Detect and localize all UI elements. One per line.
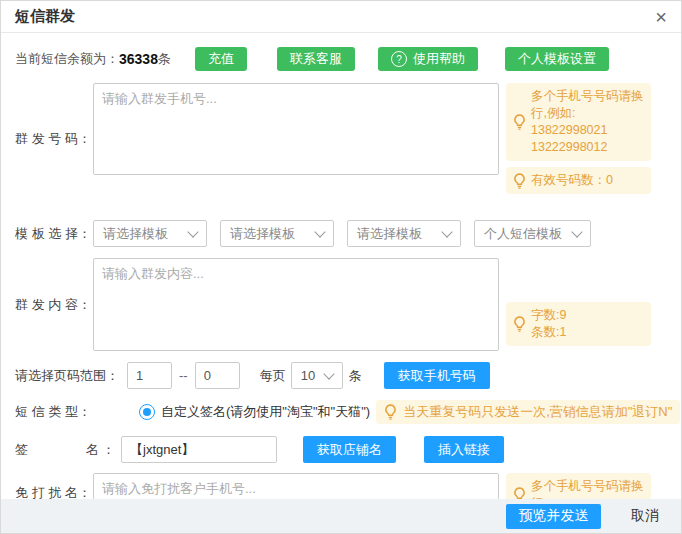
insert-link-button[interactable]: 插入链接 [424,436,504,463]
tip-line: 多个手机号号码请换 [531,478,644,495]
recharge-button[interactable]: 充值 [195,47,247,71]
count-tip-box: 字数:9 条数:1 [506,302,651,346]
per-page-select[interactable]: 10 [291,362,343,389]
balance-prefix: 当前短信余额为： [15,50,119,68]
valid-count-tip-box: 有效号码数：0 [506,167,651,194]
dialog-footer: 预览并发送 取消 [1,499,681,533]
custom-signature-radio[interactable] [139,404,155,420]
template-select-2[interactable]: 请选择模板 [220,220,334,247]
page-from-input[interactable] [127,362,172,389]
content-tips: 字数:9 条数:1 [506,302,651,346]
tip-example-number: 13822998021 [531,122,644,139]
recipients-textarea[interactable] [93,83,499,175]
dialog-title: 短信群发 [15,7,75,26]
help-button[interactable]: ?使用帮助 [378,47,478,71]
recipients-row: 群发号码： 多个手机号号码请换 行,例如: 13822998021 132229… [15,83,681,194]
balance-unit: 条 [158,50,171,68]
recipients-tips: 多个手机号号码请换 行,例如: 13822998021 13222998012 … [506,83,651,194]
fetch-phone-numbers-button[interactable]: 获取手机号码 [384,362,490,389]
sms-bulk-send-dialog: 短信群发 × 当前短信余额为：36338条 充值 联系客服 ?使用帮助 个人模板… [0,0,682,534]
custom-signature-radio-label: 自定义签名(请勿使用"淘宝"和"天猫") [161,403,370,421]
page-to-input[interactable] [195,362,240,389]
sms-type-label: 短信类型： [15,403,91,421]
content-row: 群发内容： 字数:9 条数:1 [15,258,681,351]
sms-type-tip-text: 当天重复号码只发送一次,营销信息请加"退订N" [403,403,672,421]
help-button-label: 使用帮助 [413,50,465,68]
signature-row: 签名： 获取店铺名 插入链接 [15,436,681,463]
recipients-label: 群发号码： [15,130,91,148]
close-icon[interactable]: × [655,7,667,27]
get-shop-name-button[interactable]: 获取店铺名 [303,436,396,463]
template-select-3[interactable]: 请选择模板 [347,220,461,247]
tip-line: 多个手机号号码请换 [531,88,644,105]
per-page-unit: 条 [349,367,362,385]
page-range-row: 请选择页码范围： -- 每页 10 条 获取手机号码 [15,362,681,389]
chevron-down-icon [441,226,452,237]
balance-row: 当前短信余额为：36338条 充值 联系客服 ?使用帮助 个人模板设置 [1,33,681,74]
template-select-row: 模板选择： 请选择模板 请选择模板 请选择模板 个人短信模板 [15,220,681,247]
sms-type-tip-box: 当天重复号码只发送一次,营销信息请加"退订N" [376,400,680,424]
tip-example-number: 13222998012 [531,139,644,156]
chevron-down-icon [323,368,334,379]
lightbulb-icon [513,316,526,332]
content-textarea[interactable] [93,258,499,351]
sms-type-row: 短信类型： 自定义签名(请勿使用"淘宝"和"天猫") 当天重复号码只发送一次,营… [15,400,681,424]
personal-template-settings-button[interactable]: 个人模板设置 [505,47,609,71]
cancel-button[interactable]: 取消 [625,506,665,526]
balance-amount: 36338 [119,51,158,67]
tip-line: 行,例如: [531,105,644,122]
lightbulb-icon [513,114,526,130]
lightbulb-icon [513,173,526,189]
chevron-down-icon [187,226,198,237]
signature-input[interactable] [121,436,277,463]
per-page-label: 每页 [260,367,286,385]
content-label: 群发内容： [15,296,91,314]
template-select-1[interactable]: 请选择模板 [93,220,207,247]
signature-label: 签名： [15,441,115,459]
valid-count-text: 有效号码数：0 [531,172,613,189]
lightbulb-icon [384,404,397,420]
dialog-header: 短信群发 × [1,1,681,33]
recipients-tip-box: 多个手机号号码请换 行,例如: 13822998021 13222998012 [506,83,651,161]
page-range-label: 请选择页码范围： [15,367,119,385]
question-circle-icon: ? [391,51,407,67]
personal-template-select[interactable]: 个人短信模板 [474,220,591,247]
char-count: 字数:9 [531,307,566,324]
message-count: 条数:1 [531,324,566,341]
template-label: 模板选择： [15,225,91,243]
contact-support-button[interactable]: 联系客服 [277,47,355,71]
preview-and-send-button[interactable]: 预览并发送 [506,504,601,529]
range-dash: -- [179,368,188,383]
chevron-down-icon [314,226,325,237]
chevron-down-icon [571,226,582,237]
